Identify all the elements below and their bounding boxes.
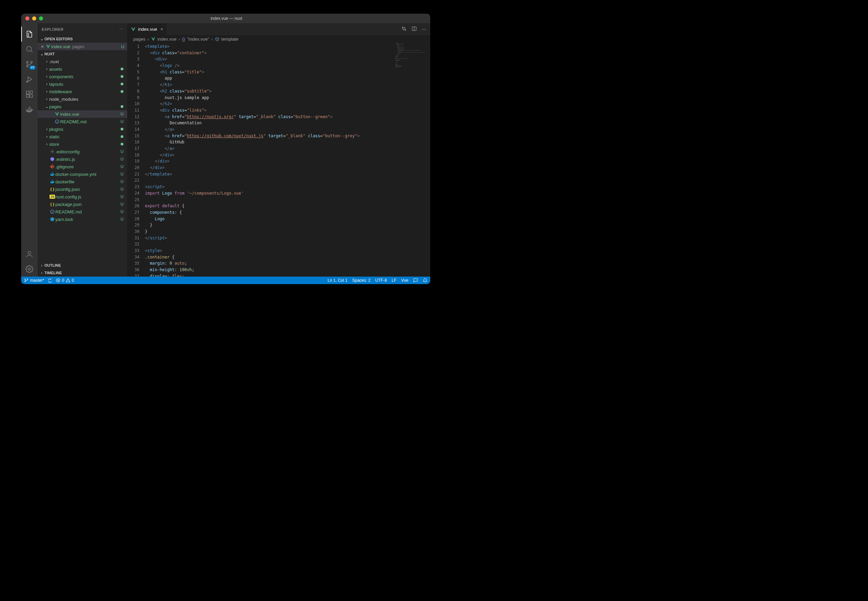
split-editor-icon[interactable] — [411, 26, 417, 32]
folder-item[interactable]: ›middleware — [38, 88, 127, 95]
status-branch[interactable]: master* — [24, 278, 44, 283]
editor-body[interactable]: 1234567891011121314151617181920212223242… — [127, 43, 430, 277]
code-content[interactable]: <template> <div class="container"> <div>… — [145, 43, 430, 277]
compare-changes-icon[interactable] — [401, 26, 406, 32]
timeline-header[interactable]: ›TIMELINE — [38, 269, 127, 277]
svg-point-20 — [24, 281, 25, 282]
vue-icon — [45, 44, 51, 49]
breadcrumb-item[interactable]: index.vue — [157, 37, 177, 42]
close-editor-icon[interactable]: × — [40, 44, 45, 49]
line-gutter: 1234567891011121314151617181920212223242… — [127, 43, 145, 277]
folder-item[interactable]: ›assets — [38, 65, 127, 73]
outline-header[interactable]: ›OUTLINE — [38, 262, 127, 269]
json-icon: { } — [49, 187, 55, 191]
git-icon — [49, 164, 55, 169]
breadcrumb-item[interactable]: template — [222, 37, 238, 42]
braces-icon: {} — [182, 37, 185, 42]
status-feedback-icon[interactable] — [413, 278, 418, 283]
project-header[interactable]: ⌄NUXT — [38, 50, 127, 58]
svg-point-2 — [31, 61, 32, 63]
file-item[interactable]: ›yarn.lockU — [38, 215, 127, 223]
activity-explorer-icon[interactable] — [21, 27, 38, 42]
breadcrumb-item[interactable]: pages — [133, 37, 145, 42]
sidebar-header: EXPLORER ⋯ — [38, 23, 127, 35]
vue-icon — [151, 37, 156, 41]
svg-point-18 — [24, 279, 25, 279]
svg-rect-8 — [30, 91, 32, 93]
status-language-mode[interactable]: Vue — [401, 278, 408, 283]
status-notifications-icon[interactable] — [423, 278, 428, 283]
breadcrumb-item[interactable]: "index.vue" — [187, 37, 209, 42]
status-cursor-position[interactable]: Ln 1, Col 1 — [328, 278, 348, 283]
svg-point-0 — [27, 46, 31, 51]
more-actions-icon[interactable]: ⋯ — [422, 27, 426, 32]
json-icon: { } — [49, 202, 55, 206]
file-item[interactable]: ›dockerfileU — [38, 178, 127, 185]
svg-rect-7 — [30, 95, 32, 97]
file-item[interactable]: ›.gitignoreU — [38, 163, 127, 171]
open-editors-header[interactable]: ⌄OPEN EDITORS — [38, 35, 127, 43]
open-editor-item[interactable]: × index.vue pages U — [38, 43, 127, 50]
svg-point-10 — [28, 268, 31, 270]
info-icon — [54, 119, 60, 124]
activity-accounts-icon[interactable] — [21, 247, 38, 262]
info-icon — [49, 209, 55, 214]
svg-point-3 — [27, 66, 28, 67]
status-sync-icon[interactable] — [47, 278, 52, 283]
file-item[interactable]: ›JSnuxt.config.jsU — [38, 193, 127, 200]
eslint-icon — [49, 157, 55, 162]
svg-point-9 — [28, 251, 31, 254]
tab-bar: index.vue × ⋯ — [127, 23, 430, 35]
folder-item[interactable]: ›.nuxt — [38, 58, 127, 65]
vue-icon — [131, 27, 136, 32]
svg-point-16 — [405, 30, 406, 31]
svg-point-14 — [50, 217, 54, 221]
file-item[interactable]: ›.editorconfigU — [38, 148, 127, 156]
activity-settings-icon[interactable] — [21, 262, 38, 277]
activity-docker-icon[interactable] — [21, 102, 38, 117]
window-title: index.vue — nuxt — [23, 16, 430, 21]
docker-icon — [49, 172, 55, 177]
breadcrumbs[interactable]: pages › index.vue › {} "index.vue" › tem… — [127, 35, 430, 43]
folder-item[interactable]: ›node_modules — [38, 95, 127, 103]
editor-area: index.vue × ⋯ pages › — [127, 23, 430, 277]
close-tab-icon[interactable]: × — [160, 27, 164, 32]
folder-item[interactable]: ›store — [38, 140, 127, 148]
vscode-window: index.vue — nuxt 23 — [21, 14, 430, 284]
file-item[interactable]: ›README.mdU — [38, 118, 127, 125]
folder-item[interactable]: ⌄pages — [38, 103, 127, 110]
file-tree: ›.nuxt›assets›components›layouts›middlew… — [38, 58, 127, 223]
svg-point-15 — [402, 27, 403, 28]
file-item[interactable]: ›README.mdU — [38, 208, 127, 215]
status-bar: master* 0 0 Ln 1, Col 1 Spaces: 2 UTF-8 … — [21, 277, 430, 284]
sidebar: EXPLORER ⋯ ⌄OPEN EDITORS × index.vue pag… — [38, 23, 127, 277]
sidebar-more-icon[interactable]: ⋯ — [119, 27, 123, 31]
gear-icon — [49, 149, 55, 154]
activity-extensions-icon[interactable] — [21, 87, 38, 102]
status-encoding[interactable]: UTF-8 — [375, 278, 387, 283]
tab-index-vue[interactable]: index.vue × — [127, 23, 167, 35]
svg-point-1 — [27, 61, 28, 63]
activity-debug-icon[interactable] — [21, 72, 38, 87]
file-item[interactable]: ›.eslintrc.jsU — [38, 156, 127, 163]
folder-item[interactable]: ›plugins — [38, 125, 127, 133]
file-item[interactable]: ›index.vueU — [38, 110, 127, 118]
activity-source-control-icon[interactable]: 23 — [21, 57, 38, 72]
status-problems[interactable]: 0 0 — [56, 278, 74, 283]
folder-item[interactable]: ›layouts — [38, 80, 127, 88]
docker-icon — [49, 179, 55, 184]
file-item[interactable]: ›{ }package.jsonU — [38, 200, 127, 208]
title-bar: index.vue — nuxt — [21, 14, 430, 23]
js-icon: JS — [49, 195, 55, 199]
activity-search-icon[interactable] — [21, 42, 38, 57]
file-item[interactable]: ›{ }jsconfig.jsonU — [38, 185, 127, 193]
folder-item[interactable]: ›components — [38, 73, 127, 80]
folder-item[interactable]: ›static — [38, 133, 127, 140]
file-item[interactable]: ›docker-compose.ymlU — [38, 171, 127, 178]
status-indentation[interactable]: Spaces: 2 — [352, 278, 370, 283]
minimap[interactable]: <template> <div class="container"> <div>… — [395, 43, 430, 277]
status-eol[interactable]: LF — [392, 278, 396, 283]
svg-rect-6 — [26, 95, 29, 97]
yarn-icon — [49, 217, 55, 222]
svg-point-12 — [52, 151, 53, 152]
